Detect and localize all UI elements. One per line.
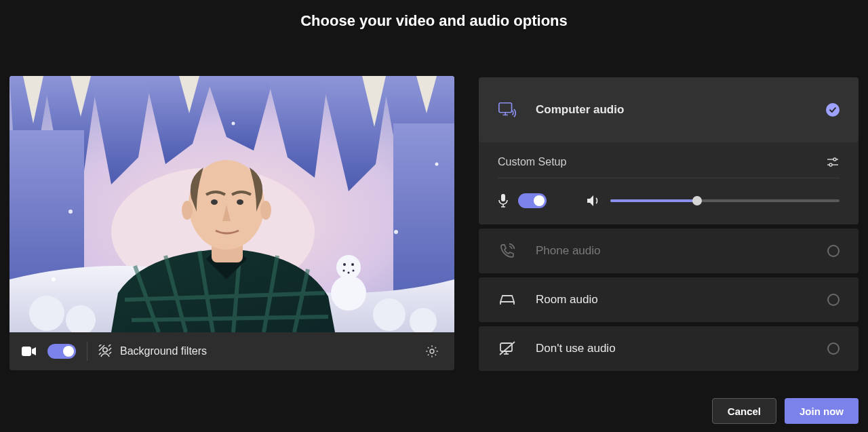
audio-option-phone[interactable]: Phone audio	[479, 229, 859, 273]
svg-line-55	[109, 352, 111, 354]
svg-point-32	[435, 163, 439, 166]
background-filters-icon	[98, 345, 112, 358]
svg-point-23	[343, 263, 346, 266]
room-audio-icon	[498, 293, 517, 307]
svg-point-19	[373, 298, 406, 331]
custom-setup-title: Custom Setup	[498, 156, 566, 168]
video-settings-button[interactable]	[422, 341, 442, 361]
svg-point-46	[260, 201, 271, 220]
audio-option-room[interactable]: Room audio	[479, 277, 859, 322]
radio-unselected	[827, 342, 840, 355]
svg-rect-69	[500, 343, 512, 351]
phone-audio-icon	[498, 243, 517, 259]
page-title: Choose your video and audio options	[0, 0, 868, 30]
computer-audio-icon	[498, 101, 517, 119]
svg-point-25	[343, 270, 345, 272]
svg-point-27	[353, 270, 355, 272]
microphone-toggle[interactable]	[518, 193, 547, 208]
custom-setup-panel: Custom Setup	[479, 142, 859, 224]
join-now-button[interactable]: Join now	[785, 398, 859, 424]
audio-option-computer[interactable]: Computer audio	[479, 77, 859, 142]
background-filters-button[interactable]: Background filters	[98, 345, 207, 358]
gear-icon	[425, 344, 439, 359]
radio-unselected	[827, 245, 840, 257]
radio-unselected	[827, 294, 840, 306]
no-audio-icon	[498, 341, 517, 356]
svg-rect-47	[22, 347, 31, 356]
divider	[498, 178, 840, 178]
svg-line-49	[99, 345, 102, 347]
svg-rect-57	[499, 103, 512, 113]
svg-point-28	[68, 210, 73, 214]
speaker-icon	[586, 194, 601, 208]
svg-line-53	[108, 348, 111, 351]
svg-point-29	[52, 277, 56, 281]
camera-toggle[interactable]	[47, 344, 76, 359]
svg-point-44	[237, 199, 243, 205]
volume-slider[interactable]	[610, 199, 840, 202]
svg-point-22	[336, 255, 361, 279]
audio-option-none[interactable]: Don't use audio	[479, 326, 859, 371]
svg-line-54	[99, 353, 101, 355]
computer-audio-card: Computer audio Custom Setup	[479, 77, 859, 224]
svg-point-26	[348, 272, 350, 274]
audio-settings-button[interactable]	[826, 156, 840, 168]
svg-line-52	[108, 345, 111, 347]
cancel-button[interactable]: Cancel	[712, 398, 776, 424]
divider	[87, 342, 87, 361]
camera-icon	[22, 346, 37, 357]
svg-point-30	[232, 122, 235, 125]
svg-point-24	[351, 263, 354, 266]
video-preview-svg	[9, 76, 454, 332]
svg-point-48	[103, 348, 107, 352]
room-audio-label: Room audio	[536, 293, 808, 307]
svg-point-31	[394, 230, 398, 234]
svg-point-61	[833, 158, 836, 161]
svg-rect-64	[501, 194, 505, 201]
video-preview	[9, 76, 454, 332]
svg-point-63	[829, 163, 832, 166]
svg-point-21	[331, 275, 366, 311]
background-filters-label: Background filters	[120, 345, 207, 357]
svg-point-17	[29, 296, 64, 331]
sliders-icon	[826, 156, 840, 168]
phone-audio-label: Phone audio	[536, 244, 808, 258]
microphone-icon	[498, 193, 509, 208]
svg-point-43	[211, 199, 218, 205]
no-audio-label: Don't use audio	[536, 342, 808, 355]
video-controls-bar: Background filters	[9, 332, 454, 370]
computer-audio-label: Computer audio	[536, 103, 807, 117]
svg-point-56	[430, 349, 434, 353]
selected-check-icon	[826, 103, 840, 117]
svg-point-45	[182, 201, 193, 220]
